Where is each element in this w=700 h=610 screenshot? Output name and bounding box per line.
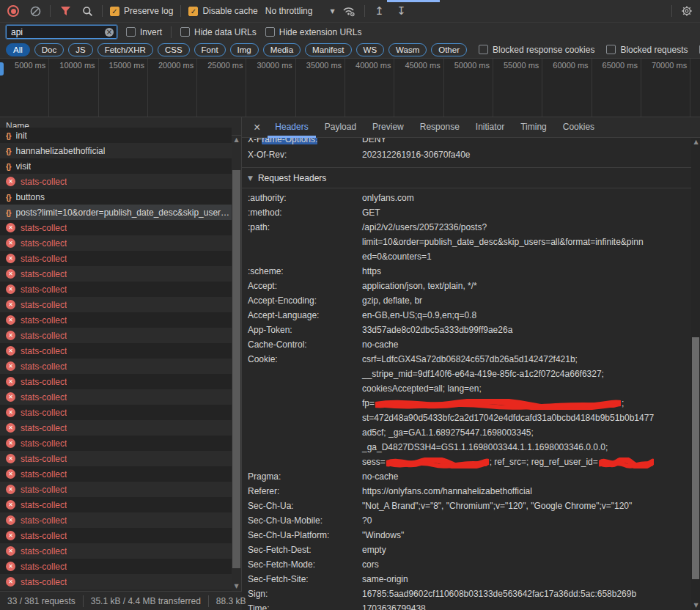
request-failed-icon: ✕ — [6, 331, 15, 340]
header-value: 33d57ade8c02dbc5a333db99ff9ae26a — [362, 323, 691, 337]
filter-chip-wasm[interactable]: Wasm — [388, 43, 427, 56]
request-row[interactable]: ✕stats-collect — [0, 528, 232, 543]
filter-chip-img[interactable]: Img — [230, 43, 259, 56]
header-row: Accept:application/json, text/plain, */* — [248, 279, 691, 293]
close-detail-icon[interactable]: × — [248, 121, 266, 134]
filter-chip-css[interactable]: CSS — [158, 43, 190, 56]
filter-chip-all[interactable]: All — [6, 43, 30, 56]
timeline-column: 30000 ms — [247, 59, 296, 117]
tab-initiator[interactable]: Initiator — [468, 117, 512, 138]
timeline-column: 25000 ms — [197, 59, 246, 117]
scrollbar-thumb[interactable] — [232, 170, 240, 568]
header-row: App-Token:33d57ade8c02dbc5a333db99ff9ae2… — [248, 323, 691, 337]
request-row[interactable]: ✕stats-collect — [0, 266, 232, 282]
xhr-request-icon: {} — [6, 131, 11, 140]
request-row[interactable]: ✕stats-collect — [0, 543, 232, 559]
header-value: DENY — [362, 138, 691, 147]
throttling-dropdown[interactable]: No throttling ▼ — [265, 6, 335, 16]
request-list-scrollbar[interactable]: ▲ ▼ — [232, 136, 241, 591]
network-conditions-button[interactable] — [342, 4, 357, 18]
disable-cache-checkbox[interactable]: ✓ Disable cache — [188, 6, 257, 16]
tab-headers[interactable]: Headers — [268, 117, 315, 138]
disable-cache-label: Disable cache — [202, 6, 257, 16]
tab-preview[interactable]: Preview — [365, 117, 411, 138]
timeline-tick-label: 10000 ms — [59, 61, 95, 70]
invert-checkbox[interactable]: Invert — [126, 27, 162, 37]
filter-input[interactable] — [11, 27, 105, 37]
scroll-down-icon[interactable]: ▼ — [232, 582, 241, 591]
import-har-button[interactable]: ↥ — [372, 4, 387, 18]
request-row[interactable]: ✕stats-collect — [0, 559, 232, 574]
request-row[interactable]: ✕stats-collect — [0, 436, 232, 451]
header-row: Sign:16785:5aad9602cf110608b03133de56364… — [248, 587, 691, 601]
request-row[interactable]: ✕stats-collect — [0, 343, 232, 359]
request-row[interactable]: ✕stats-collect — [0, 497, 232, 512]
export-har-button[interactable]: ↧ — [394, 4, 409, 18]
request-row[interactable]: ✕stats-collect — [0, 312, 232, 328]
request-row[interactable]: {}posts?limit=10&order=publish_date_desc… — [0, 205, 232, 220]
record-button[interactable] — [6, 4, 21, 18]
preserve-log-checkbox[interactable]: ✓ Preserve log — [110, 6, 173, 16]
request-row[interactable]: ✕stats-collect — [0, 328, 232, 343]
filter-chip-other[interactable]: Other — [431, 43, 467, 56]
xhr-request-icon: {} — [6, 162, 11, 171]
request-name: stats-collect — [21, 454, 67, 464]
request-row[interactable]: ✕stats-collect — [0, 512, 232, 528]
checkbox-checked-icon: ✓ — [110, 7, 119, 16]
request-row[interactable]: ✕stats-collect — [0, 359, 232, 374]
clear-input-icon[interactable]: × — [105, 28, 114, 37]
hide-extension-urls-checkbox[interactable]: Hide extension URLs — [265, 27, 362, 37]
clear-button[interactable] — [28, 4, 43, 18]
request-row[interactable]: ✕stats-collect — [0, 251, 232, 266]
search-button[interactable] — [80, 4, 95, 18]
request-headers-section[interactable]: ▼ Request Headers — [242, 167, 691, 188]
header-value: /api2/v2/users/20572336/posts? limit=10&… — [362, 220, 691, 264]
request-row[interactable]: ✕stats-collect — [0, 282, 232, 297]
request-row[interactable]: ✕stats-collect — [0, 374, 232, 389]
request-row[interactable]: {}buttons — [0, 189, 232, 205]
filter-chip-manifest[interactable]: Manifest — [305, 43, 351, 56]
request-row[interactable]: ✕stats-collect — [0, 451, 232, 466]
request-failed-icon: ✕ — [6, 546, 15, 556]
filter-button[interactable] — [58, 4, 73, 18]
scroll-down-icon[interactable]: ▼ — [691, 601, 700, 610]
settings-button[interactable] — [679, 4, 694, 18]
tab-payload[interactable]: Payload — [317, 117, 364, 138]
scrollbar-thumb[interactable] — [692, 337, 699, 579]
hide-data-urls-checkbox[interactable]: Hide data URLs — [180, 27, 257, 37]
tab-timing[interactable]: Timing — [513, 117, 554, 138]
filter-chip-media[interactable]: Media — [263, 43, 301, 56]
scroll-up-icon[interactable]: ▲ — [691, 138, 700, 147]
filter-icon — [60, 6, 71, 16]
request-row[interactable]: ✕stats-collect — [0, 482, 232, 497]
request-row[interactable]: {}hannahelizabethofficial — [0, 143, 232, 158]
timeline-column: 45000 ms — [394, 59, 443, 117]
scroll-up-icon[interactable]: ▲ — [232, 136, 241, 144]
request-row[interactable]: ✕stats-collect — [0, 235, 232, 251]
export-har-icon: ↧ — [397, 4, 406, 18]
request-row[interactable]: {}visit — [0, 158, 232, 174]
blocked-requests-checkbox[interactable]: Blocked requests — [606, 45, 688, 55]
request-row[interactable]: ✕stats-collect — [0, 466, 232, 482]
filter-chip-font[interactable]: Font — [194, 43, 226, 56]
request-row[interactable]: ✕stats-collect — [0, 220, 232, 235]
request-row[interactable]: ✕stats-collect — [0, 174, 232, 189]
filter-chip-fetch-xhr[interactable]: Fetch/XHR — [97, 43, 153, 56]
filter-chip-js[interactable]: JS — [68, 43, 92, 56]
tab-cookies[interactable]: Cookies — [556, 117, 602, 138]
request-row[interactable]: ✕stats-collect — [0, 574, 232, 589]
detail-scrollbar[interactable]: ▲ ▼ — [691, 138, 700, 610]
blocked-response-cookies-checkbox[interactable]: Blocked response cookies — [479, 45, 594, 55]
request-row[interactable]: ✕stats-collect — [0, 405, 232, 420]
header-name: Pragma: — [248, 469, 362, 484]
request-name: stats-collect — [21, 469, 67, 479]
tab-response[interactable]: Response — [413, 117, 467, 138]
request-row[interactable]: ✕stats-collect — [0, 420, 232, 436]
request-row[interactable]: ✕stats-collect — [0, 389, 232, 405]
browser-tab-highlight — [387, 0, 440, 2]
filter-chip-doc[interactable]: Doc — [34, 43, 64, 56]
request-row[interactable]: {}init — [0, 128, 232, 143]
filter-chip-ws[interactable]: WS — [356, 43, 385, 56]
request-row[interactable]: ✕stats-collect — [0, 297, 232, 312]
network-overview-timeline[interactable]: 5000 ms10000 ms15000 ms20000 ms25000 ms3… — [0, 59, 700, 117]
